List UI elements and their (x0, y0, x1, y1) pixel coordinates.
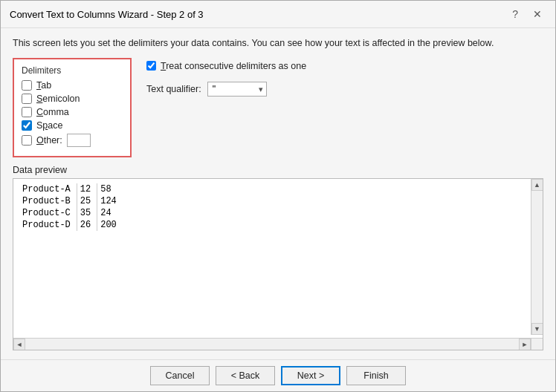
table-row: Product-A1258 (19, 183, 123, 195)
scroll-down-arrow[interactable]: ▼ (531, 323, 543, 335)
scrollbar-corner (531, 338, 543, 350)
finish-button[interactable]: Finish (346, 366, 406, 385)
tab-label[interactable]: Tab (36, 80, 51, 91)
table-cell: Product-D (19, 219, 77, 231)
scrollbar-right: ▲ ▼ (531, 179, 543, 336)
scroll-track-vertical (531, 191, 543, 324)
table-cell: Product-B (19, 195, 77, 207)
back-label: < Back (231, 370, 260, 381)
preview-area: Product-A1258Product-B25124Product-C3524… (13, 178, 543, 351)
space-row: Space (22, 120, 123, 131)
preview-label: Data preview (13, 165, 543, 175)
tab-row: Tab (22, 80, 123, 91)
table-cell: 35 (77, 207, 97, 219)
table-cell: Product-A (19, 183, 77, 195)
help-button[interactable]: ? (508, 7, 523, 22)
table-cell: 25 (77, 195, 97, 207)
other-checkbox[interactable] (22, 135, 32, 146)
consecutive-checkbox[interactable] (146, 61, 156, 71)
consecutive-row: Treat consecutive delimiters as one (146, 61, 306, 71)
scroll-track-horizontal (25, 339, 519, 350)
dialog-title: Convert Text to Columns Wizard - Step 2 … (10, 9, 204, 20)
description-text: This screen lets you set the delimiters … (13, 37, 543, 50)
semicolon-row: Semicolon (22, 94, 123, 104)
other-label[interactable]: Other: (36, 135, 62, 146)
table-cell: 26 (77, 219, 97, 231)
next-button[interactable]: Next > (281, 366, 340, 385)
qualifier-select-wrapper: " ' {none} (207, 82, 267, 97)
comma-row: Comma (22, 107, 123, 117)
other-row: Other: (22, 134, 123, 147)
scroll-right-arrow[interactable]: ► (519, 339, 531, 350)
comma-checkbox[interactable] (22, 107, 32, 117)
space-label[interactable]: Space (36, 120, 62, 131)
table-row: Product-B25124 (19, 195, 123, 207)
qualifier-select[interactable]: " ' {none} (207, 82, 267, 97)
footer: Cancel < Back Next > Finish (1, 359, 555, 391)
qualifier-row: Text qualifier: " ' {none} (146, 82, 306, 97)
semicolon-label[interactable]: Semicolon (36, 94, 80, 104)
content: This screen lets you set the delimiters … (1, 28, 555, 359)
preview-inner: Product-A1258Product-B25124Product-C3524… (13, 179, 543, 350)
table-row: Product-C3524 (19, 207, 123, 219)
title-actions: ? ✕ (508, 7, 546, 22)
scroll-left-arrow[interactable]: ◄ (13, 339, 25, 350)
delimiters-title: Delimiters (22, 65, 123, 76)
table-row: Product-D26200 (19, 219, 123, 231)
tab-checkbox[interactable] (22, 80, 32, 91)
delimiters-box: Delimiters Tab Semicolon Comma Space (13, 58, 132, 157)
table-cell: 24 (97, 207, 123, 219)
qualifier-label: Text qualifier: (146, 84, 201, 94)
consecutive-label[interactable]: Treat consecutive delimiters as one (161, 61, 306, 71)
table-cell: 12 (77, 183, 97, 195)
main-section: Delimiters Tab Semicolon Comma Space (13, 58, 543, 157)
preview-table: Product-A1258Product-B25124Product-C3524… (19, 183, 123, 231)
comma-label[interactable]: Comma (36, 107, 69, 117)
back-button[interactable]: < Back (216, 366, 275, 385)
preview-section: Data preview Product-A1258Product-B25124… (13, 165, 543, 351)
table-cell: 124 (97, 195, 123, 207)
table-cell: 200 (97, 219, 123, 231)
cancel-button[interactable]: Cancel (150, 366, 210, 385)
scroll-up-arrow[interactable]: ▲ (531, 179, 543, 191)
table-cell: 58 (97, 183, 123, 195)
right-options: Treat consecutive delimiters as one Text… (146, 58, 306, 157)
title-bar: Convert Text to Columns Wizard - Step 2 … (1, 1, 555, 28)
close-button[interactable]: ✕ (528, 7, 546, 22)
other-text-input[interactable] (67, 134, 91, 147)
semicolon-checkbox[interactable] (22, 94, 32, 104)
table-cell: Product-C (19, 207, 77, 219)
dialog: Convert Text to Columns Wizard - Step 2 … (0, 0, 556, 392)
space-checkbox[interactable] (22, 120, 32, 131)
scrollbar-bottom: ◄ ► (13, 338, 531, 350)
